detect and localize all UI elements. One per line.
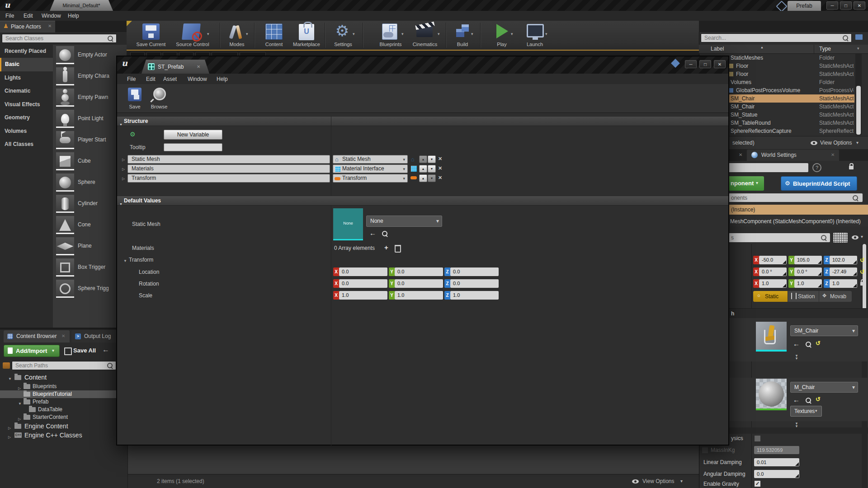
bp-minimize-button[interactable]: ─ [685, 60, 697, 68]
toolbar-launch[interactable]: ▾ Launch [519, 22, 551, 49]
back-arrow-icon[interactable]: ← [102, 346, 109, 354]
row-expander-icon[interactable]: ▷ [122, 177, 125, 181]
toolbar-play[interactable]: ▾ Play [488, 22, 515, 49]
revert-icon[interactable]: ↺ [860, 257, 865, 263]
menu-help[interactable]: Help [68, 13, 79, 19]
list-item-plane[interactable]: Plane [53, 236, 127, 257]
revert-icon[interactable]: ↺ [860, 268, 865, 275]
blueprint-add-script-button[interactable]: ⚙ Blueprint/Add Script [781, 176, 857, 191]
textures-button[interactable]: Textures ▾ [790, 406, 822, 417]
rotation-y-field[interactable]: 0.0 ° [794, 267, 822, 276]
mobility-stationary-button[interactable]: Station [788, 291, 819, 302]
chevron-down-icon[interactable]: ▾ [861, 234, 863, 239]
variable-type-dropdown[interactable]: Transform ▾ [333, 174, 408, 183]
delete-variable-icon[interactable]: ✕ [438, 165, 442, 171]
list-item-empty-pawn[interactable]: Empty Pawn [53, 87, 127, 108]
use-selected-icon[interactable]: ← [793, 396, 800, 404]
y-field[interactable]: 1.0 [395, 291, 443, 300]
tab-content-browser[interactable]: Content Browser ✕ [4, 330, 70, 343]
static-mesh-dropdown[interactable]: SM_Chair ▾ [790, 325, 858, 336]
list-item-sphere[interactable]: Sphere [53, 172, 127, 193]
variable-name-field[interactable]: Transform [127, 174, 330, 183]
x-field[interactable]: 0.0 [339, 267, 387, 276]
menu-edit[interactable]: Edit [24, 13, 33, 19]
expand-details-icon[interactable]: ▾▾ [792, 422, 801, 427]
mass-field[interactable]: 119.532059 [754, 446, 799, 454]
scale-y-field[interactable]: 1.0 [794, 279, 822, 288]
revert-icon[interactable]: ↺ [816, 396, 821, 403]
tree-item-blueprinttutorial[interactable]: BlueprintTutorial [0, 390, 127, 398]
search-paths-input[interactable] [12, 361, 116, 370]
column-divider[interactable] [814, 45, 814, 53]
close-button[interactable]: ✕ [854, 1, 865, 9]
lock-icon[interactable] [849, 166, 854, 169]
delete-variable-icon[interactable]: ✕ [438, 156, 442, 162]
toolbar-content[interactable]: Content [259, 22, 289, 49]
variable-name-field[interactable]: Materials [127, 164, 330, 173]
bp-tab[interactable]: ST_Prefab ✕ [142, 60, 209, 74]
location-x-field[interactable]: -50.0 [759, 256, 787, 264]
x-field[interactable]: 1.0 [339, 291, 387, 300]
move-down-button[interactable]: ▼ [428, 174, 436, 182]
toolbar-save-current[interactable]: Save Current [134, 22, 168, 49]
list-item-empty-character[interactable]: Empty Chara [53, 66, 127, 87]
bp-titlebar[interactable]: u ST_Prefab ✕ ─ □ ✕ [117, 56, 728, 74]
structure-header[interactable]: ▼ Structure [117, 116, 728, 126]
tree-expanded-icon[interactable]: ▼ [8, 375, 12, 383]
tree-item-engine-content[interactable]: ▷ Engine Content [0, 422, 127, 430]
static-mesh-thumbnail[interactable] [756, 322, 787, 352]
delete-variable-icon[interactable]: ✕ [438, 175, 442, 181]
bp-compile-icon[interactable] [671, 59, 680, 68]
minimize-button[interactable]: ─ [826, 1, 838, 9]
tree-item-blueprints[interactable]: ▷ Blueprints [0, 383, 127, 390]
category-cinematic[interactable]: Cinematic [0, 84, 53, 98]
search-classes-input[interactable] [2, 34, 117, 43]
bp-column-divider[interactable] [331, 116, 331, 446]
tree-item-datatable[interactable]: DataTable [0, 406, 127, 413]
none-dropdown[interactable]: None ▾ [366, 216, 442, 227]
material-dropdown[interactable]: M_Chair ▾ [790, 382, 858, 393]
category-volumes[interactable]: Volumes [0, 125, 53, 138]
toolbar-marketplace[interactable]: Marketplace [289, 22, 324, 49]
clear-array-icon[interactable] [395, 245, 401, 253]
view-options-button[interactable]: View Options [820, 140, 852, 146]
bp-browse-button[interactable]: Browse [147, 86, 171, 111]
mass-override-checkbox[interactable] [702, 447, 708, 454]
bp-menu-help[interactable]: Help [217, 76, 228, 82]
tab-close-icon[interactable]: ✕ [197, 64, 200, 69]
column-type[interactable]: Type [819, 46, 831, 52]
add-import-button[interactable]: Add/Import ▾ [4, 345, 60, 357]
none-thumbnail[interactable]: None [333, 208, 363, 240]
sources-toggle-icon[interactable] [3, 362, 10, 369]
y-field[interactable]: 0.0 [395, 267, 443, 276]
linear-damping-field[interactable]: 0.01 [754, 458, 799, 466]
tab-place-actors[interactable]: ♟ Place Actors ✕ [0, 21, 55, 33]
bp-menu-edit[interactable]: Edit [146, 76, 156, 82]
scale-x-field[interactable]: 1.0 [759, 279, 787, 288]
move-up-button[interactable]: ▲ [419, 155, 427, 163]
bp-close-button[interactable]: ✕ [714, 60, 726, 68]
move-up-button[interactable]: ▲ [419, 165, 427, 173]
mobility-movable-button[interactable]: ✥ Movab [819, 291, 852, 302]
bp-menu-file[interactable]: File [127, 76, 136, 82]
revert-icon[interactable]: ↺ [816, 340, 821, 347]
help-icon[interactable]: ? [812, 163, 821, 172]
z-field[interactable]: 1.0 [450, 291, 499, 300]
toolbar-build[interactable]: ▾ Build [448, 22, 476, 49]
tooltip-input[interactable] [164, 143, 222, 151]
view-options-button[interactable]: View Options [642, 478, 674, 484]
list-item-point-light[interactable]: Point Light [53, 108, 127, 130]
category-basic[interactable]: Basic [0, 58, 53, 71]
add-array-element-icon[interactable]: + [384, 244, 388, 251]
location-z-field[interactable]: 102.0 [830, 256, 857, 264]
list-item-player-start[interactable]: Player Start [53, 130, 127, 151]
toolbar-cinematics[interactable]: ▾ Cinematics [408, 22, 442, 49]
bp-menu-asset[interactable]: Asset [163, 76, 177, 82]
y-field[interactable]: 0.0 [395, 279, 443, 288]
filter-icon[interactable]: ▾ [857, 46, 859, 51]
toolbar-source-control[interactable]: ▾ Source Control [172, 22, 213, 49]
category-all-classes[interactable]: All Classes [0, 138, 53, 151]
tree-collapsed-icon[interactable]: ▷ [8, 433, 11, 441]
toolbar-blueprints[interactable]: ▾ Blueprints [374, 22, 407, 49]
category-geometry[interactable]: Geometry [0, 111, 53, 125]
